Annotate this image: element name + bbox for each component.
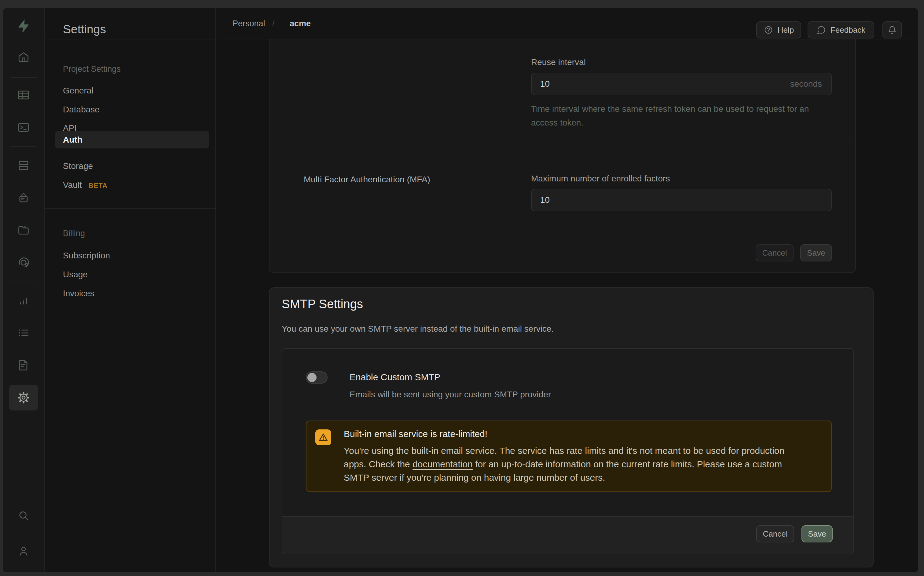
chat-bubble-icon bbox=[817, 25, 826, 35]
logs-icon[interactable] bbox=[9, 320, 38, 346]
storage-icon[interactable] bbox=[9, 218, 38, 243]
reuse-interval-field: seconds bbox=[531, 73, 832, 95]
sidebar-item-auth[interactable]: Auth bbox=[63, 135, 83, 145]
api-docs-icon[interactable] bbox=[9, 352, 38, 378]
feedback-button[interactable]: Feedback bbox=[807, 21, 874, 38]
bell-icon bbox=[887, 25, 897, 35]
toggle-knob bbox=[307, 373, 317, 382]
rail-divider bbox=[10, 77, 37, 78]
rate-limit-warning: Built-in email service is rate-limited! … bbox=[306, 421, 832, 492]
mfa-max-factors-field bbox=[531, 189, 832, 211]
app-window: Settings Project Settings General Databa… bbox=[3, 8, 918, 572]
sidebar-item-usage[interactable]: Usage bbox=[63, 270, 88, 280]
reuse-interval-label: Reuse interval bbox=[531, 58, 586, 67]
section-header-project-settings: Project Settings bbox=[63, 64, 121, 74]
sidebar-item-general[interactable]: General bbox=[63, 86, 93, 96]
enable-smtp-toggle[interactable] bbox=[306, 371, 328, 384]
sidebar-item-storage[interactable]: Storage bbox=[63, 161, 93, 171]
warning-line2-pre: apps. Check the bbox=[344, 459, 413, 469]
warning-body: You're using the built-in email service.… bbox=[344, 444, 785, 484]
sidebar-item-vault[interactable]: VaultBETA bbox=[63, 180, 107, 190]
vault-label: Vault bbox=[63, 180, 82, 190]
breadcrumb-project[interactable]: acme bbox=[290, 19, 311, 29]
topbar: Personal / acme Help Feedback bbox=[217, 8, 918, 39]
documentation-link[interactable]: documentation bbox=[413, 459, 473, 469]
enable-smtp-description: Emails will be sent using your custom SM… bbox=[349, 390, 551, 400]
breadcrumb-org[interactable]: Personal bbox=[232, 19, 265, 29]
main-area: Personal / acme Help Feedback bbox=[217, 8, 918, 572]
auth-save-button[interactable]: Save bbox=[800, 244, 832, 261]
reuse-interval-description: Time interval where the same refresh tok… bbox=[531, 102, 837, 130]
nav-rail bbox=[3, 8, 45, 572]
help-button[interactable]: Help bbox=[756, 21, 801, 38]
reuse-interval-input[interactable] bbox=[532, 73, 790, 95]
smtp-description: You can use your own SMTP server instead… bbox=[282, 324, 554, 334]
warning-line1: You're using the built-in email service.… bbox=[344, 446, 785, 456]
project-settings-icon[interactable] bbox=[9, 385, 38, 410]
sidebar-item-database[interactable]: Database bbox=[63, 105, 99, 115]
smtp-cancel-button[interactable]: Cancel bbox=[756, 525, 794, 542]
rail-divider bbox=[10, 146, 37, 147]
mfa-section-label: Multi Factor Authentication (MFA) bbox=[304, 175, 430, 184]
sidebar-item-invoices[interactable]: Invoices bbox=[63, 289, 94, 298]
auth-icon[interactable] bbox=[9, 185, 38, 211]
warning-line2-post: for an up-to-date information on the cur… bbox=[473, 459, 782, 469]
panel-divider bbox=[269, 142, 855, 143]
sidebar-item-subscription[interactable]: Subscription bbox=[63, 251, 110, 261]
rail-divider bbox=[10, 282, 37, 282]
smtp-settings-panel: SMTP Settings You can use your own SMTP … bbox=[269, 287, 874, 568]
auth-cancel-button[interactable]: Cancel bbox=[756, 244, 794, 261]
smtp-card-footer: Cancel Save bbox=[282, 516, 854, 554]
beta-badge: BETA bbox=[89, 182, 107, 189]
panel-divider bbox=[269, 233, 855, 233]
mfa-max-factors-input[interactable] bbox=[532, 189, 831, 211]
home-icon[interactable] bbox=[9, 44, 38, 70]
warning-triangle-icon bbox=[315, 429, 331, 445]
account-icon[interactable] bbox=[9, 538, 38, 564]
mfa-max-factors-label: Maximum number of enrolled factors bbox=[531, 174, 670, 184]
enable-smtp-label: Enable Custom SMTP bbox=[349, 372, 440, 382]
table-editor-icon[interactable] bbox=[9, 82, 38, 108]
sql-editor-icon[interactable] bbox=[9, 115, 38, 140]
settings-sidebar: Settings Project Settings General Databa… bbox=[45, 8, 216, 572]
reports-icon[interactable] bbox=[9, 288, 38, 314]
edge-functions-icon[interactable] bbox=[9, 250, 38, 275]
notifications-button[interactable] bbox=[882, 21, 902, 38]
smtp-title: SMTP Settings bbox=[282, 297, 363, 311]
reuse-interval-unit: seconds bbox=[790, 79, 831, 89]
sidebar-title-row: Settings bbox=[45, 8, 215, 39]
search-icon[interactable] bbox=[9, 503, 38, 528]
help-circle-icon bbox=[764, 25, 773, 35]
smtp-card: Enable Custom SMTP Emails will be sent u… bbox=[282, 348, 854, 554]
breadcrumb-separator: / bbox=[272, 19, 275, 29]
auth-settings-panel: Reuse interval seconds Time interval whe… bbox=[269, 39, 856, 273]
help-button-label: Help bbox=[778, 26, 794, 35]
feedback-button-label: Feedback bbox=[831, 26, 865, 35]
sidebar-divider bbox=[45, 208, 215, 209]
database-icon[interactable] bbox=[9, 153, 38, 178]
warning-title: Built-in email service is rate-limited! bbox=[344, 429, 487, 439]
page-title: Settings bbox=[63, 22, 106, 36]
section-header-billing: Billing bbox=[63, 229, 85, 238]
smtp-save-button[interactable]: Save bbox=[801, 525, 833, 542]
warning-line3: SMTP server if you're planning on having… bbox=[344, 472, 605, 483]
supabase-logo-icon[interactable] bbox=[9, 13, 38, 39]
